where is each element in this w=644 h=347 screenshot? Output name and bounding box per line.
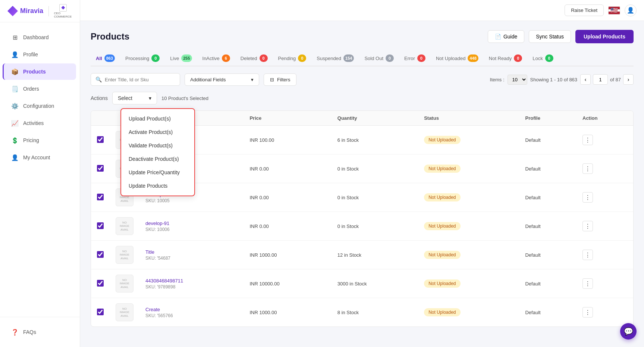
tab-suspended[interactable]: Suspended 154 [311,51,359,66]
row-checkbox[interactable] [97,165,104,172]
sidebar: Miravia CEO COMMERCE ⊞ Dashboard 👤 Profi… [0,0,80,347]
profile-icon: 👤 [11,51,19,58]
row-checkbox[interactable] [97,194,104,200]
sidebar-label-my-account: My Account [23,154,50,160]
ceo-icon [59,4,67,12]
tab-not-uploaded-badge: 448 [468,54,478,62]
items-per-page-select[interactable]: 10 25 50 [508,75,527,85]
filters-button[interactable]: ⊟ Filters [264,74,296,86]
sidebar-item-pricing[interactable]: 💲 Pricing [4,132,76,149]
row-checkbox[interactable] [97,251,104,258]
filter-icon: ⊟ [270,77,274,82]
row-action-button[interactable]: ⋮ [582,163,593,174]
next-page-button[interactable]: › [623,74,634,85]
tab-live[interactable]: Live 255 [165,51,197,66]
sidebar-item-my-account[interactable]: 👤 My Account [4,149,76,166]
page-title-row: Products 📄 Guide Sync Status Upload Prod… [91,30,634,43]
tab-error[interactable]: Error 0 [399,51,431,66]
sidebar-item-dashboard[interactable]: ⊞ Dashboard [4,29,76,46]
product-tabs: All 863 Processing 0 Live 255 InActive 6… [91,51,634,66]
logo-divider [48,6,49,16]
row-action-button[interactable]: ⋮ [582,250,593,260]
row-image-cell: NOIMAGEAVAIL [110,212,139,241]
row-checkbox[interactable] [97,222,104,229]
search-input[interactable] [105,77,172,82]
page-content: Products 📄 Guide Sync Status Upload Prod… [80,21,644,347]
select-placeholder: Select [118,95,132,101]
row-checkbox[interactable] [97,136,104,143]
title-actions: 📄 Guide Sync Status Upload Products [488,30,634,43]
row-action-cell: ⋮ [577,212,633,241]
items-label: Items : [490,77,505,82]
row-action-button[interactable]: ⋮ [582,192,593,203]
tab-not-ready[interactable]: Not Ready 0 [484,51,527,66]
actions-select-dropdown[interactable]: Select ▾ [112,92,157,104]
sidebar-item-faqs[interactable]: ❓ FAQs [4,324,76,340]
tab-deleted-badge: 0 [260,54,268,62]
row-checkbox-cell [91,126,110,154]
dropdown-item-validate[interactable]: Validate Product(s) [121,139,194,152]
faqs-icon: ❓ [11,328,19,336]
row-action-button[interactable]: ⋮ [582,221,593,231]
tab-all[interactable]: All 863 [91,51,120,66]
guide-doc-icon: 📄 [495,34,501,40]
row-product-cell: CreateSKU: '565766 [139,298,244,327]
upload-products-button[interactable]: Upload Products [575,30,634,43]
row-action-button[interactable]: ⋮ [582,307,593,318]
row-profile-cell: Default [519,183,577,212]
tab-lock-badge: 0 [545,54,553,62]
search-box[interactable]: 🔍 [91,73,180,86]
row-quantity-cell: 0 in Stock [332,154,418,183]
status-badge: Not Uploaded [424,308,460,316]
row-price-cell: INR 0.00 [244,183,331,212]
prev-page-button[interactable]: ‹ [580,74,591,85]
flag-icon[interactable]: 🇺🇸 [608,6,620,15]
dropdown-item-update-products[interactable]: Update Products [121,179,194,193]
additional-fields-button[interactable]: Additional Fields ▾ [185,74,259,86]
row-action-cell: ⋮ [577,126,633,154]
row-status-cell: Not Uploaded [418,154,519,183]
tab-lock[interactable]: Lock 0 [527,51,558,66]
selected-count: 10 Product's Selected [161,96,208,101]
ceo-logo: CEO COMMERCE [54,4,72,18]
pricing-icon: 💲 [11,137,19,144]
sync-status-button[interactable]: Sync Status [529,30,571,43]
status-badge: Not Uploaded [424,165,460,173]
sidebar-item-orders[interactable]: 🗒️ Orders [4,81,76,97]
user-avatar-icon[interactable]: 👤 [625,4,637,16]
row-checkbox-cell [91,269,110,298]
chat-bubble-button[interactable]: 💬 [620,323,637,340]
dropdown-item-deactivate[interactable]: Deactivate Product(s) [121,152,194,166]
dropdown-item-update-price[interactable]: Update Price/Quantity [121,166,194,179]
tab-deleted[interactable]: Deleted 0 [235,51,273,66]
tab-sold-out[interactable]: Sold Out 0 [359,51,399,66]
sidebar-item-configuration[interactable]: ⚙️ Configuration [4,98,76,114]
page-title: Products [91,31,129,42]
tab-not-uploaded[interactable]: Not Uploaded 448 [431,51,484,66]
chat-icon: 💬 [624,327,633,336]
page-number-input[interactable] [593,74,608,85]
col-profile: Profile [519,111,577,126]
product-image: NOIMAGEAVAIL [116,246,133,264]
row-price-cell: INR 1000.00 [244,241,331,269]
search-icon: 🔍 [95,76,102,82]
sidebar-item-activities[interactable]: 📈 Activities [4,115,76,131]
tab-processing[interactable]: Processing 0 [120,51,165,66]
sidebar-item-products[interactable]: 📦 Products [3,63,76,80]
row-action-button[interactable]: ⋮ [582,278,593,289]
col-quantity: Quantity [332,111,418,126]
tab-pending[interactable]: Pending 0 [273,51,312,66]
row-checkbox[interactable] [97,280,104,287]
row-checkbox[interactable] [97,309,104,315]
row-action-button[interactable]: ⋮ [582,135,593,145]
guide-button[interactable]: 📄 Guide [488,30,524,43]
actions-dropdown-menu: Upload Product(s) Activate Product(s) Va… [120,108,195,196]
tab-inactive[interactable]: InActive 6 [197,51,235,66]
sidebar-item-profile[interactable]: 👤 Profile [4,46,76,63]
row-action-cell: ⋮ [577,269,633,298]
raise-ticket-button[interactable]: Raise Ticket [565,4,604,16]
sidebar-label-profile: Profile [23,51,38,57]
showing-text: Showing 1 - 10 of 863 [530,77,577,82]
dropdown-item-upload[interactable]: Upload Product(s) [121,112,194,125]
dropdown-item-activate[interactable]: Activate Product(s) [121,125,194,139]
